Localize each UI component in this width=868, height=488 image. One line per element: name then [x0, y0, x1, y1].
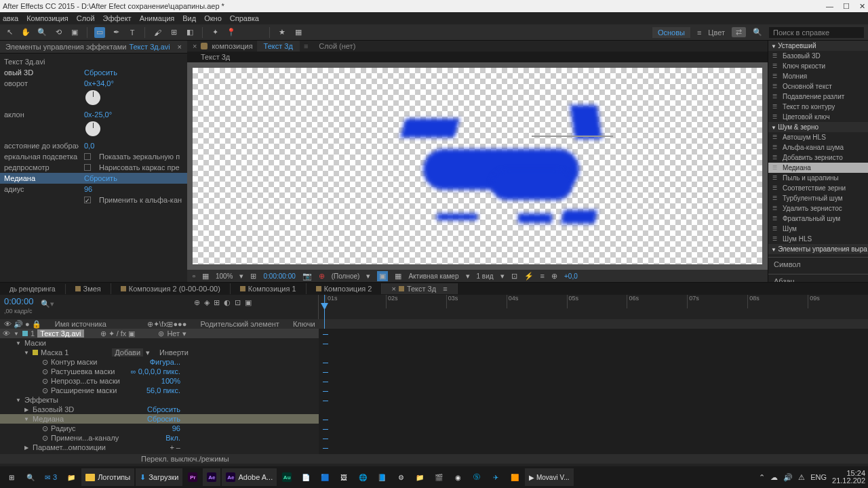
zoom-value[interactable]: 100% — [216, 272, 233, 280]
pixel-aspect-icon[interactable]: ⊡ — [511, 272, 517, 281]
prop-radius-value[interactable]: 96 — [84, 185, 92, 193]
timeline-icon[interactable]: ≡ — [540, 272, 545, 280]
preset-item[interactable]: Молния — [768, 71, 868, 81]
tilt-dial[interactable] — [85, 121, 100, 136]
tl-icon[interactable]: ◈ — [204, 298, 210, 307]
preset-item[interactable]: Удалить зернистос — [768, 203, 868, 214]
preset-item[interactable]: Турбулентный шум — [768, 193, 868, 203]
selection-tool-icon[interactable]: ↖ — [4, 27, 15, 38]
comp-tab-layer[interactable]: Слой (нет) — [312, 41, 362, 52]
preset-item[interactable]: Добавить зернисто — [768, 152, 868, 163]
tray-icon[interactable]: ⚠ — [798, 473, 805, 482]
fx-median-name[interactable]: Медиана — [4, 174, 79, 182]
taskbar-app[interactable]: ▶ Movavi V... — [525, 468, 573, 486]
composition-viewport[interactable] — [187, 62, 768, 270]
rotation-dial[interactable] — [85, 90, 100, 105]
panel-close-icon[interactable]: × — [178, 43, 182, 51]
toggle-switches[interactable]: Перекл. выключ./режимы — [141, 455, 229, 463]
text-tool-icon[interactable]: T — [127, 27, 138, 38]
snapshot-icon[interactable]: 📷 — [302, 272, 312, 281]
preset-item[interactable]: Ключ яркости — [768, 61, 868, 71]
comp-chip[interactable]: Текст 3д — [201, 53, 230, 61]
preset-item[interactable]: Автошум HLS — [768, 132, 868, 142]
tl-icon[interactable]: ▣ — [245, 298, 252, 307]
timecode[interactable]: 0:00:00:00 — [263, 272, 295, 280]
res-dropdown-icon[interactable]: ▾ — [366, 272, 370, 281]
preset-item[interactable]: Цветовой ключ — [768, 112, 868, 122]
menu-window[interactable]: Окно — [204, 14, 222, 22]
preset-item[interactable]: Основной текст — [768, 81, 868, 92]
app-icon[interactable]: 🎬 — [430, 468, 448, 486]
zoom-tool-icon[interactable]: 🔍 — [37, 27, 47, 38]
section-noise[interactable]: Шум & зерно — [768, 122, 868, 132]
tl-icon[interactable]: ◐ — [224, 298, 231, 307]
mail-icon[interactable]: ✉3 — [41, 468, 61, 486]
magnify-icon[interactable]: ▫ — [193, 272, 195, 280]
resolution-value[interactable]: (Полное) — [332, 272, 360, 280]
preview-checkbox[interactable] — [84, 164, 91, 171]
zoom-dropdown-icon[interactable]: ▾ — [239, 272, 243, 281]
grid-icon[interactable]: ▦ — [293, 27, 304, 38]
aftereffects-icon[interactable]: Ae — [203, 468, 220, 486]
close-icon[interactable]: ✕ — [859, 2, 865, 11]
roi-icon[interactable]: ▣ — [377, 271, 388, 281]
stamp-tool-icon[interactable]: ⊞ — [168, 27, 179, 38]
tl-icon[interactable]: ⊕ — [194, 298, 200, 307]
layer-row[interactable]: 👁▼ 1 Текст 3д.avi ⊕ ✦ / fx ▣ ⊚ Нет▾ — [0, 329, 319, 338]
panel-tab-item[interactable]: Текст 3д.avi — [129, 43, 170, 51]
preset-item[interactable]: Шум — [768, 224, 868, 234]
render-queue-tab[interactable]: дь рендеринга — [0, 284, 66, 294]
menu-animation[interactable]: Анимация — [140, 14, 175, 22]
preset-item[interactable]: Текст по контуру — [768, 102, 868, 112]
comp-tab-active[interactable]: Текст 3д — [257, 41, 300, 52]
flowchart-icon[interactable]: ⊕ — [551, 272, 557, 281]
explorer-icon[interactable]: 📁 — [62, 468, 80, 486]
cam-dropdown-icon[interactable]: ▾ — [466, 272, 470, 281]
section-expression[interactable]: Элементы управления выра — [768, 244, 868, 254]
search-button[interactable]: 🔍 — [22, 468, 39, 486]
preset-item[interactable]: Фрактальный шум — [768, 214, 868, 224]
exposure-value[interactable]: +0,0 — [564, 272, 578, 280]
section-legacy[interactable]: Устаревший — [768, 41, 868, 51]
prop-tilt-value[interactable]: 0x-25,0° — [84, 110, 112, 119]
preset-item[interactable]: Соответствие зерни — [768, 183, 868, 193]
tl-icon[interactable]: ⊡ — [235, 298, 241, 307]
timeline-search-icon[interactable]: 🔍▾ — [41, 300, 54, 308]
eraser-tool-icon[interactable]: ◧ — [184, 27, 195, 38]
sync-icon[interactable]: ⇄ — [732, 27, 746, 37]
mask-invert[interactable]: Инверти — [159, 348, 189, 357]
time-ruler[interactable]: 01s02s03s 04s05s06s 07s08s09s — [319, 295, 868, 319]
rectangle-tool-icon[interactable]: ▭ — [94, 27, 105, 38]
camera-tool-icon[interactable]: ▣ — [69, 27, 80, 38]
star-icon[interactable]: ★ — [277, 27, 288, 38]
app-icon[interactable]: 🖼 — [335, 468, 353, 486]
premiere-icon[interactable]: Pr — [184, 468, 201, 486]
hand-tool-icon[interactable]: ✋ — [20, 27, 31, 38]
mask-mode[interactable]: Добави — [112, 348, 143, 357]
brush-tool-icon[interactable]: 🖌 — [152, 27, 163, 38]
minimize-icon[interactable]: — — [826, 2, 833, 11]
puppet-tool-icon[interactable]: 📍 — [226, 27, 237, 38]
app-icon[interactable]: ◉ — [449, 468, 467, 486]
app-icon[interactable]: 📁 — [411, 468, 429, 486]
color-label[interactable]: Цвет — [708, 28, 725, 37]
views-value[interactable]: 1 вид — [477, 272, 494, 280]
fx-median-reset[interactable]: Сбросить — [84, 174, 117, 182]
prop-rotation-value[interactable]: 0x+34,0° — [84, 79, 114, 87]
grid-toggle-icon[interactable]: ▦ — [202, 272, 209, 281]
chrome-icon[interactable]: 🌐 — [354, 468, 372, 486]
alpha-checkbox[interactable] — [84, 197, 91, 203]
tray-icon[interactable]: ☁ — [770, 473, 778, 482]
menu-effect[interactable]: Эффект — [103, 14, 132, 22]
pen-tool-icon[interactable]: ✒ — [111, 27, 121, 38]
telegram-icon[interactable]: ✈ — [487, 468, 505, 486]
res-icon[interactable]: ⊞ — [250, 272, 256, 281]
prop-distance-value[interactable]: 0,0 — [84, 142, 94, 150]
menu-edit[interactable]: авка — [3, 14, 18, 22]
start-button[interactable]: ⊞ — [3, 468, 20, 486]
views-dropdown-icon[interactable]: ▾ — [500, 272, 505, 281]
app-icon[interactable]: 📘 — [373, 468, 391, 486]
app-icon[interactable]: 📄 — [297, 468, 315, 486]
fx-reset-link[interactable]: Сбросить — [84, 68, 117, 77]
preset-item[interactable]: Пыль и царапины — [768, 173, 868, 183]
